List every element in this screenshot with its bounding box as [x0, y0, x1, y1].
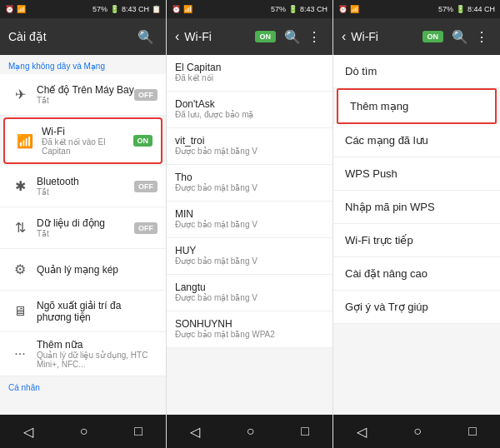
wifi-list: El Capitan Đã kết nối Don'tAsk Đã lưu, đ… — [167, 55, 332, 415]
mobile-data-badge: OFF — [134, 222, 158, 234]
menu-item[interactable]: Nhập mã pin WPS — [333, 191, 500, 224]
wifi-network-item[interactable]: MIN Được bảo mật bằng V — [167, 202, 332, 238]
status-right-2: 57% 🔋 8:43 CH — [271, 5, 328, 13]
settings-top-bar: Cài đặt 🔍 — [0, 18, 166, 55]
airplane-subtitle: Tắt — [37, 96, 134, 105]
wifi-item[interactable]: 📶 Wi-Fi Đã kết nối vào El Capitan ON — [3, 117, 162, 164]
network-status: Được bảo mật bằng V — [175, 183, 324, 192]
status-bar-3: ⏰ 📶 57% 🔋 8:44 CH — [333, 0, 500, 18]
dropdown-menu: Dò tìmThêm mạngCác mạng đã lưuWPS PushNh… — [333, 55, 500, 415]
recent-button-3[interactable]: □ — [460, 421, 485, 442]
status-left-1: ⏰ 📶 — [5, 5, 26, 13]
more-subtitle: Quản lý dữ liệu sử dụng, HTC Mini+, NFC.… — [37, 351, 158, 369]
network-status: Được bảo mật bằng V — [175, 293, 324, 302]
back-arrow-2[interactable]: ‹ — [175, 29, 179, 44]
time-3: 8:44 CH — [468, 5, 495, 13]
menu-more-button[interactable]: ⋮ — [472, 26, 492, 48]
dual-network-title: Quản lý mạng kép — [37, 264, 158, 276]
recent-button-2[interactable]: □ — [292, 421, 318, 442]
back-button-1[interactable]: ◁ — [15, 421, 42, 443]
bottom-nav-2: ◁ ○ □ — [167, 415, 332, 448]
menu-item[interactable]: Cài đặt nâng cao — [333, 257, 500, 291]
wifi-network-item[interactable]: vit_troi Được bảo mật bằng V — [167, 128, 332, 165]
alarm-icon-3: ⏰ — [338, 5, 348, 13]
mobile-data-icon: ⇅ — [8, 220, 32, 236]
more-item[interactable]: ··· Thêm nữa Quản lý dữ liệu sử dụng, HT… — [0, 332, 166, 376]
mobile-data-item[interactable]: ⇅ Dữ liệu di động Tắt OFF — [0, 207, 166, 249]
more-text: Thêm nữa Quản lý dữ liệu sử dụng, HTC Mi… — [37, 339, 158, 369]
bluetooth-title: Bluetooth — [37, 176, 134, 187]
airplane-mode-item[interactable]: ✈ Chế độ Trên Máy Bay Tắt OFF — [0, 74, 166, 116]
bluetooth-subtitle: Tắt — [37, 187, 134, 197]
status-bar-1: ⏰ 📶 57% 🔋 8:43 CH 📋 — [0, 0, 166, 18]
dual-network-item[interactable]: ⚙ Quản lý mạng kép — [0, 249, 166, 291]
menu-item[interactable]: WPS Push — [333, 157, 500, 191]
dual-network-text: Quản lý mạng kép — [37, 264, 158, 276]
home-button-3[interactable]: ○ — [405, 421, 430, 442]
network-name: MIN — [175, 208, 324, 220]
settings-content: Mạng không dây và Mạng ✈ Chế độ Trên Máy… — [0, 55, 166, 415]
wifi-network-item[interactable]: El Capitan Đã kết nối — [167, 55, 332, 92]
media-output-item[interactable]: 🖥 Ngõ xuất giải trí đa phương tiện — [0, 291, 166, 332]
network-name: HUY — [175, 245, 324, 256]
bluetooth-badge: OFF — [134, 181, 158, 192]
wifi-network-item[interactable]: HUY Được bảo mật bằng V — [167, 238, 332, 275]
wifi-panel-title: Wi-Fi — [184, 30, 254, 43]
status-bar-2: ⏰ 📶 57% 🔋 8:43 CH — [167, 0, 332, 18]
home-button-2[interactable]: ○ — [238, 421, 263, 442]
alarm-icon: ⏰ — [5, 5, 14, 13]
back-arrow-3[interactable]: ‹ — [342, 29, 346, 44]
settings-title: Cài đặt — [8, 30, 134, 43]
menu-item[interactable]: Thêm mạng — [337, 88, 497, 124]
wifi-search-button[interactable]: 🔍 — [281, 26, 304, 48]
menu-panel-title: Wi-Fi — [351, 30, 422, 43]
mobile-data-title: Dữ liệu di động — [37, 217, 134, 229]
wifi-network-item[interactable]: Langtu Được bảo mật bằng V — [167, 275, 332, 311]
personal-section-header: Cá nhân — [0, 376, 166, 396]
network-name: Langtu — [175, 281, 324, 293]
battery-percent-3: 57% — [438, 5, 453, 13]
time-1: 8:43 CH — [122, 5, 149, 13]
status-right-3: 57% 🔋 8:44 CH — [438, 5, 495, 13]
wifi-on-badge[interactable]: ON — [255, 31, 277, 42]
wifi-subtitle: Đã kết nối vào El Capitan — [42, 137, 133, 156]
network-name: SONHUYNH — [175, 318, 324, 330]
network-name: Don'tAsk — [175, 98, 324, 110]
menu-item[interactable]: Dò tìm — [333, 55, 500, 88]
more-icon: ··· — [8, 346, 32, 361]
more-title: Thêm nữa — [37, 339, 158, 351]
bluetooth-item[interactable]: ✱ Bluetooth Tắt OFF — [0, 166, 166, 207]
battery-icon-1: 🔋 — [110, 5, 119, 13]
wifi-title: Wi-Fi — [42, 126, 133, 137]
menu-wifi-on-badge[interactable]: ON — [422, 31, 444, 42]
back-button-3[interactable]: ◁ — [348, 421, 375, 443]
status-left-2: ⏰ 📶 — [172, 5, 192, 13]
media-output-title: Ngõ xuất giải trí đa phương tiện — [37, 300, 158, 323]
wifi-more-button[interactable]: ⋮ — [304, 26, 324, 48]
network-status: Được bảo mật bằng WPA2 — [175, 330, 324, 339]
wifi-network-item[interactable]: Tho Được bảo mật bằng V — [167, 165, 332, 202]
network-status: Được bảo mật bằng V — [175, 256, 324, 266]
wifi-network-item[interactable]: SONHUYNH Được bảo mật bằng WPA2 — [167, 311, 332, 348]
wifi-badge: ON — [133, 135, 153, 147]
back-button-2[interactable]: ◁ — [182, 421, 208, 443]
menu-item[interactable]: Gợi ý và Trợ giúp — [333, 291, 500, 324]
signal-icon: 📶 — [17, 5, 26, 13]
signal-icon-3: 📶 — [350, 5, 359, 13]
home-button-1[interactable]: ○ — [72, 421, 97, 442]
network-status: Đã kết nối — [175, 73, 324, 82]
menu-search-button[interactable]: 🔍 — [448, 26, 472, 48]
alarm-icon-2: ⏰ — [172, 5, 181, 13]
menu-item[interactable]: Các mạng đã lưu — [333, 124, 500, 157]
recent-button-1[interactable]: □ — [126, 421, 151, 442]
signal-icon-2: 📶 — [183, 5, 192, 13]
airplane-icon: ✈ — [8, 87, 32, 102]
airplane-title: Chế độ Trên Máy Bay — [37, 84, 134, 96]
time-2: 8:43 CH — [300, 5, 328, 13]
settings-search-button[interactable]: 🔍 — [134, 26, 158, 48]
wifi-panel: ⏰ 📶 57% 🔋 8:43 CH ‹ Wi-Fi ON 🔍 ⋮ El Capi… — [167, 0, 333, 448]
menu-item[interactable]: Wi-Fi trực tiếp — [333, 224, 500, 257]
bluetooth-icon: ✱ — [8, 178, 32, 194]
mobile-data-subtitle: Tắt — [37, 229, 134, 238]
wifi-network-item[interactable]: Don'tAsk Đã lưu, được bảo mặ — [167, 92, 332, 128]
